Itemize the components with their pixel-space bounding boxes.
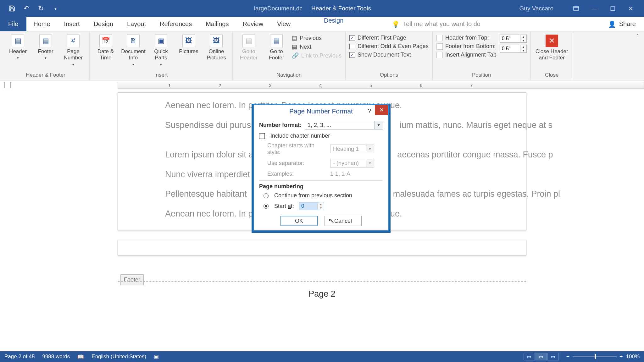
tab-file[interactable]: File bbox=[0, 17, 26, 31]
title-bar: ↶ ↻ ▾ largeDocument.docx - Word Header &… bbox=[0, 0, 644, 17]
tab-mailings[interactable]: Mailings bbox=[199, 17, 236, 31]
user-name[interactable]: Guy Vaccaro bbox=[519, 5, 553, 12]
tab-layout[interactable]: Layout bbox=[120, 17, 153, 31]
link-previous-button[interactable]: 🔗Link to Previous bbox=[292, 52, 341, 59]
spinner-up-icon[interactable]: ▲ bbox=[520, 45, 526, 49]
tab-home[interactable]: Home bbox=[26, 17, 57, 31]
nav-previous-button[interactable]: ▤Previous bbox=[292, 35, 341, 41]
show-document-text-checkbox[interactable]: ✓Show Document Text bbox=[349, 52, 429, 58]
ruler-row: 1 2 3 4 5 6 7 bbox=[0, 80, 644, 90]
zoom-level[interactable]: 100% bbox=[626, 354, 640, 360]
group-position-label: Position bbox=[436, 71, 527, 80]
save-icon[interactable] bbox=[8, 4, 16, 13]
status-proofing-icon[interactable]: 📖 bbox=[77, 354, 84, 360]
web-layout-icon[interactable]: ▭ bbox=[547, 353, 559, 360]
qat-customize-icon[interactable]: ▾ bbox=[51, 4, 60, 13]
footer-bottom-spinner[interactable]: ▲▼ bbox=[500, 45, 527, 53]
alignment-tab-label[interactable]: Insert Alignment Tab bbox=[445, 52, 497, 58]
dialog-close-icon[interactable]: ✕ bbox=[375, 105, 388, 115]
minimize-icon[interactable]: — bbox=[591, 5, 598, 12]
goto-header-icon: ▤ bbox=[242, 35, 255, 47]
footer-section-label[interactable]: Footer bbox=[120, 274, 144, 285]
tab-view[interactable]: View bbox=[270, 17, 297, 31]
status-macro-icon[interactable]: ▣ bbox=[154, 354, 159, 360]
tab-review[interactable]: Review bbox=[236, 17, 270, 31]
start-at-spinner[interactable]: ▲▼ bbox=[299, 202, 324, 210]
header-label: Header bbox=[9, 48, 27, 55]
zoom-thumb[interactable] bbox=[595, 354, 596, 359]
alignment-tab-icon bbox=[436, 52, 443, 58]
status-page[interactable]: Page 2 of 45 bbox=[4, 354, 35, 360]
show-document-text-label: Show Document Text bbox=[358, 52, 411, 58]
ok-button[interactable]: OK bbox=[280, 216, 318, 226]
header-top-input[interactable] bbox=[500, 35, 520, 42]
dialog-titlebar[interactable]: Page Number Format ? ✕ bbox=[254, 105, 388, 118]
header-top-spinner[interactable]: ▲▼ bbox=[500, 35, 527, 43]
start-at-input[interactable] bbox=[299, 202, 318, 210]
goto-header-label: Go toHeader bbox=[240, 48, 258, 61]
footer-label: Footer bbox=[38, 48, 53, 55]
header-button[interactable]: ▤Header▾ bbox=[6, 33, 30, 60]
tab-references[interactable]: References bbox=[153, 17, 199, 31]
ribbon-options-icon[interactable] bbox=[572, 5, 580, 12]
page-number-label: PageNumber bbox=[64, 48, 83, 61]
spinner-up-icon[interactable]: ▲ bbox=[318, 202, 324, 206]
spinner-down-icon[interactable]: ▼ bbox=[520, 39, 526, 42]
ruler-tick: 3 bbox=[269, 83, 271, 88]
start-at-radio-row[interactable]: Start at: ▲▼ bbox=[264, 202, 383, 210]
tab-insert[interactable]: Insert bbox=[57, 17, 87, 31]
print-layout-icon[interactable]: ▭ bbox=[536, 353, 547, 360]
maximize-icon[interactable]: ☐ bbox=[609, 5, 616, 12]
zoom-out-icon[interactable]: − bbox=[566, 354, 569, 360]
link-icon: 🔗 bbox=[292, 52, 299, 59]
separator-label: Use separator: bbox=[267, 160, 327, 167]
read-mode-icon[interactable]: ▭ bbox=[524, 353, 535, 360]
goto-footer-button[interactable]: ▤Go toFooter bbox=[264, 33, 289, 61]
zoom-in-icon[interactable]: + bbox=[620, 354, 623, 360]
separator-value: - (hyphen) bbox=[330, 160, 366, 167]
footer-page-number[interactable]: Page 2 bbox=[118, 288, 526, 300]
different-odd-even-checkbox[interactable]: Different Odd & Even Pages bbox=[349, 43, 429, 50]
tell-me-search[interactable]: 💡 Tell me what you want to do bbox=[392, 17, 480, 31]
dropdown-icon[interactable]: ▼ bbox=[375, 121, 383, 129]
group-insert-label: Insert bbox=[93, 71, 229, 80]
quick-parts-button[interactable]: ▣QuickParts▾ bbox=[149, 33, 173, 67]
date-time-button[interactable]: 📅Date &Time bbox=[93, 33, 118, 61]
collapse-ribbon-icon[interactable]: ˄ bbox=[636, 33, 639, 40]
include-chapter-label: Include chapter number bbox=[270, 133, 330, 139]
spinner-up-icon[interactable]: ▲ bbox=[520, 35, 526, 39]
share-button[interactable]: 👤 Share bbox=[608, 17, 644, 31]
horizontal-ruler[interactable]: 1 2 3 4 5 6 7 bbox=[118, 82, 644, 89]
include-chapter-checkbox[interactable] bbox=[259, 133, 265, 139]
radio-unchecked-icon[interactable] bbox=[264, 193, 269, 198]
spinner-down-icon[interactable]: ▼ bbox=[520, 49, 526, 52]
undo-icon[interactable]: ↶ bbox=[22, 4, 31, 13]
page-number-button[interactable]: #PageNumber▾ bbox=[61, 33, 86, 67]
zoom-control[interactable]: − + 100% bbox=[566, 354, 640, 360]
footer-button[interactable]: ▤Footer▾ bbox=[33, 33, 58, 60]
zoom-slider[interactable] bbox=[573, 356, 617, 357]
spinner-down-icon[interactable]: ▼ bbox=[318, 206, 324, 210]
redo-icon[interactable]: ↻ bbox=[36, 4, 45, 13]
footer-bottom-input[interactable] bbox=[500, 45, 520, 52]
status-language[interactable]: English (United States) bbox=[92, 354, 146, 360]
chapter-style-value: Heading 1 bbox=[330, 146, 366, 152]
goto-header-button[interactable]: ▤Go toHeader bbox=[236, 33, 261, 61]
close-window-icon[interactable]: ✕ bbox=[627, 5, 635, 12]
status-words[interactable]: 9988 words bbox=[42, 354, 70, 360]
cancel-button[interactable]: Cancel bbox=[325, 216, 362, 226]
tab-design[interactable]: Design bbox=[87, 17, 120, 31]
dialog-help-icon[interactable]: ? bbox=[365, 107, 374, 115]
pictures-button[interactable]: 🖼Pictures bbox=[176, 33, 201, 55]
contextual-tab-header: Header & Footer Tools bbox=[302, 0, 380, 17]
radio-checked-icon[interactable] bbox=[264, 204, 269, 209]
different-first-page-checkbox[interactable]: ✓Different First Page bbox=[349, 35, 429, 41]
close-header-footer-button[interactable]: ✕Close Headerand Footer bbox=[535, 33, 569, 61]
document-info-button[interactable]: 🗎DocumentInfo▾ bbox=[121, 33, 146, 67]
continue-radio-row[interactable]: Continue from previous section bbox=[264, 192, 383, 199]
tab-context-design[interactable]: Design bbox=[317, 17, 350, 25]
number-format-combo[interactable]: 1, 2, 3, ...▼ bbox=[305, 121, 383, 129]
online-pictures-button[interactable]: 🖼OnlinePictures bbox=[204, 33, 229, 61]
tab-selector[interactable] bbox=[4, 82, 11, 88]
nav-next-button[interactable]: ▤Next bbox=[292, 43, 341, 50]
